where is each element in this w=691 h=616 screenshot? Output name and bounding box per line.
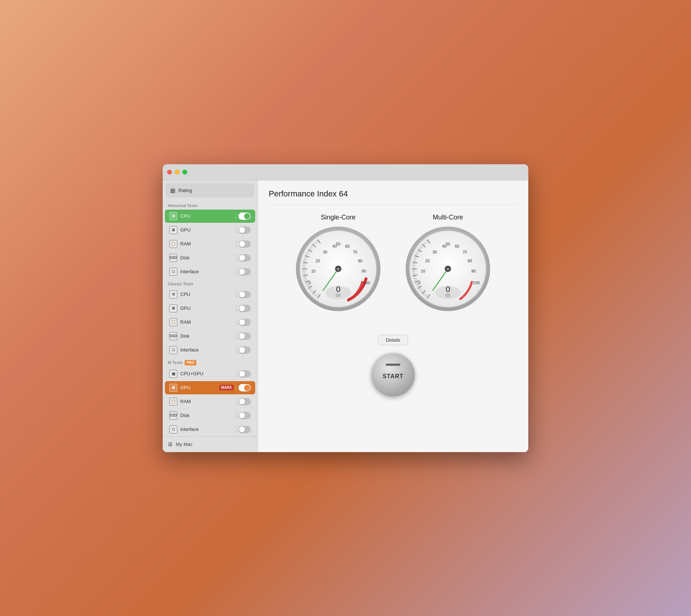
disk-icon: SSD <box>169 332 177 340</box>
ram-icon: 📋 <box>169 398 177 406</box>
sidebar-item-hist-disk[interactable]: SSD Disk <box>165 251 255 264</box>
sidebar-item-hist-gpu[interactable]: 🖥 GPU <box>165 224 255 237</box>
toggle-knob <box>239 305 245 311</box>
sidebar-item-m-ram[interactable]: 📋 RAM <box>165 395 255 408</box>
rating-item[interactable]: ▦ Rating <box>166 183 254 198</box>
interface-icon: ⬡ <box>169 425 177 433</box>
disk-toggle[interactable] <box>238 333 251 340</box>
toggle-knob <box>239 371 245 377</box>
sidebar-item-label: GPU <box>180 227 234 233</box>
sidebar-item-cls-cpu[interactable]: ⚙ CPU <box>165 288 255 301</box>
gpu-icon: 🖥 <box>169 304 177 312</box>
sidebar-item-cls-disk[interactable]: SSD Disk <box>165 330 255 343</box>
gpu-icon: 🖥 <box>169 384 177 392</box>
multi-core-gauge-wrapper: Multi-Core <box>404 214 492 313</box>
ram-toggle[interactable] <box>238 319 251 326</box>
svg-text:90: 90 <box>362 269 366 273</box>
close-button[interactable] <box>167 170 172 174</box>
start-button[interactable]: START <box>371 353 415 397</box>
sidebar-item-m-interface[interactable]: ⬡ Interface <box>165 423 255 436</box>
sidebar-item-m-cpugpu[interactable]: ▦ CPU+GPU <box>165 367 255 380</box>
sidebar-divider <box>236 319 236 326</box>
gauges-container: Single-Core <box>269 214 517 313</box>
sidebar-item-label: CPU <box>180 292 234 297</box>
app-window: ▦ Rating Historical Tests ⚙ CPU 🖥 GPU <box>163 164 528 452</box>
multi-core-gauge: 0 10 20 30 40 50 60 70 80 90 100 <box>404 225 492 313</box>
sidebar-item-label: Disk <box>180 333 234 339</box>
single-core-label: Single-Core <box>321 214 355 221</box>
cpu-icon: ⚙ <box>169 212 177 220</box>
sidebar-item-m-gpu[interactable]: 🖥 GPU MARS <box>165 381 255 394</box>
sidebar: ▦ Rating Historical Tests ⚙ CPU 🖥 GPU <box>163 180 258 452</box>
ram-icon: 📋 <box>169 318 177 326</box>
svg-text:G5: G5 <box>445 293 450 297</box>
svg-text:0: 0 <box>336 285 340 294</box>
svg-text:0: 0 <box>418 281 420 285</box>
sidebar-item-label: CPU <box>180 213 234 219</box>
gpu-toggle[interactable] <box>238 226 251 234</box>
interface-toggle[interactable] <box>238 426 251 433</box>
interface-toggle[interactable] <box>238 268 251 275</box>
cpu-toggle[interactable] <box>238 213 251 220</box>
cpugpu-toggle[interactable] <box>238 370 251 378</box>
svg-text:50: 50 <box>336 242 340 246</box>
sidebar-divider <box>236 370 236 378</box>
sidebar-divider <box>236 398 236 405</box>
sidebar-divider <box>236 213 236 220</box>
multi-core-label: Multi-Core <box>433 214 463 221</box>
minimize-button[interactable] <box>175 170 180 174</box>
svg-text:60: 60 <box>455 244 459 248</box>
sidebar-item-hist-interface[interactable]: ⬡ Interface <box>165 265 255 278</box>
svg-text:90: 90 <box>471 269 476 273</box>
sidebar-item-label: Interface <box>180 427 234 432</box>
toggle-knob <box>244 213 250 219</box>
interface-toggle[interactable] <box>238 346 251 354</box>
toggle-knob <box>239 347 245 353</box>
sidebar-item-hist-ram[interactable]: 📋 RAM <box>165 237 255 251</box>
disk-toggle[interactable] <box>238 254 251 262</box>
gpu-mars-toggle[interactable] <box>238 384 251 391</box>
sidebar-footer[interactable]: 🖥 My Mac <box>163 436 257 452</box>
sidebar-item-hist-cpu[interactable]: ⚙ CPU <box>165 210 255 223</box>
svg-text:80: 80 <box>358 259 362 263</box>
disk-icon: SSD <box>169 254 177 262</box>
disk-toggle[interactable] <box>238 412 251 419</box>
sidebar-item-cls-interface[interactable]: ⬡ Interface <box>165 343 255 357</box>
single-core-gauge-wrapper: Single-Core <box>294 214 382 313</box>
interface-icon: ⬡ <box>169 346 177 354</box>
sidebar-item-cls-gpu[interactable]: 🖥 GPU <box>165 302 255 315</box>
ram-toggle[interactable] <box>238 398 251 405</box>
svg-text:60: 60 <box>345 244 350 248</box>
gpu-toggle[interactable] <box>238 305 251 312</box>
details-button[interactable]: Details <box>378 335 408 345</box>
my-mac-label: My Mac <box>176 442 193 447</box>
sidebar-divider <box>236 226 236 234</box>
titlebar <box>163 164 528 180</box>
svg-text:0: 0 <box>446 285 450 294</box>
ram-toggle[interactable] <box>238 240 251 248</box>
sidebar-item-m-disk[interactable]: SSD Disk <box>165 409 255 422</box>
sidebar-divider <box>236 268 236 275</box>
sidebar-item-cls-ram[interactable]: 📋 RAM <box>165 316 255 329</box>
toggle-knob <box>239 292 245 297</box>
gpu-icon: 🖥 <box>169 226 177 234</box>
svg-text:30: 30 <box>433 250 437 254</box>
svg-text:100: 100 <box>473 281 480 285</box>
toggle-knob <box>239 255 245 261</box>
actions-area: Details START <box>269 335 517 397</box>
sidebar-item-label: RAM <box>180 319 234 325</box>
cpu-toggle[interactable] <box>238 291 251 298</box>
main-content: Performance Index 64 Single-Core <box>258 180 528 452</box>
sidebar-divider <box>236 426 236 433</box>
toggle-knob <box>239 319 245 325</box>
svg-text:20: 20 <box>425 259 430 263</box>
sidebar-item-label: Interface <box>180 347 234 353</box>
fullscreen-button[interactable] <box>182 170 187 174</box>
disk-icon: SSD <box>169 412 177 420</box>
content-area: ▦ Rating Historical Tests ⚙ CPU 🖥 GPU <box>163 180 528 452</box>
single-core-gauge: 0 10 20 30 40 50 60 70 80 90 100 <box>294 225 382 313</box>
sidebar-divider <box>236 384 236 391</box>
sidebar-divider <box>236 333 236 340</box>
sidebar-item-label: GPU <box>180 305 234 311</box>
toggle-knob <box>239 227 245 233</box>
